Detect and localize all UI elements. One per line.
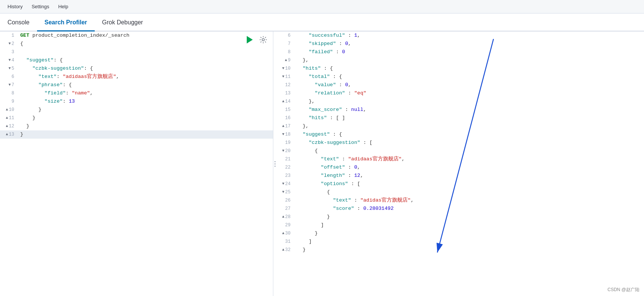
resp-line-content: "suggest" : { xyxy=(295,130,644,139)
line-number: 6 xyxy=(0,73,19,81)
tab-bar: Console Search Profiler Grok Debugger xyxy=(0,13,644,31)
resp-line-num: 23 xyxy=(276,172,295,180)
resp-line-content: "hits" : [ ] xyxy=(295,114,644,122)
svg-point-0 xyxy=(262,39,264,41)
main-content: 1 GET product_completion_index/_search ▼… xyxy=(0,31,644,296)
resizer-handle xyxy=(274,161,276,167)
code-editor[interactable]: 1 GET product_completion_index/_search ▼… xyxy=(0,31,273,296)
editor-line-2: ▼2 { xyxy=(0,40,273,48)
editor-line-13: ▲13 } xyxy=(0,130,273,139)
response-line-15: 15 "max_score" : null, xyxy=(276,106,644,114)
resp-line-num: 19 xyxy=(276,139,295,147)
resp-line-num: ▼24 xyxy=(276,180,295,188)
resp-line-content: "failed" : 0 xyxy=(295,48,644,56)
watermark: CSDN @赵广陆 xyxy=(607,287,640,293)
response-line-19: 19 "czbk-suggestion" : [ xyxy=(276,139,644,147)
editor-settings-button[interactable] xyxy=(258,34,268,45)
response-line-29: 29 ] xyxy=(276,221,644,229)
line-number: ▲10 xyxy=(0,106,19,114)
resp-line-content: } xyxy=(295,229,644,238)
response-line-26: 26 "text" : "adidas官方旗舰店", xyxy=(276,196,644,205)
resp-line-content: "max_score" : null, xyxy=(295,106,644,114)
line-number: 8 xyxy=(0,89,19,97)
resp-line-num: 27 xyxy=(276,205,295,213)
response-line-6: 6 "successful" : 1, xyxy=(276,31,644,40)
response-line-27: 27 "score" : 0.28031492 xyxy=(276,205,644,213)
resp-line-content: "relation" : "eq" xyxy=(295,89,644,97)
resp-line-content: "skipped" : 0, xyxy=(295,40,644,48)
resp-line-content: } xyxy=(295,246,644,254)
nav-help[interactable]: Help xyxy=(57,1,70,12)
response-line-24: ▼24 "options" : [ xyxy=(276,180,644,188)
editor-line-5: ▼5 "czbk-suggestion": { xyxy=(0,64,273,73)
resp-line-num: 12 xyxy=(276,81,295,89)
resp-line-num: 8 xyxy=(276,48,295,56)
resp-line-content: "offset" : 0, xyxy=(295,163,644,172)
response-line-12: 12 "value" : 0, xyxy=(276,81,644,89)
resp-line-content: ] xyxy=(295,221,644,229)
resp-line-content: "length" : 12, xyxy=(295,172,644,180)
nav-history[interactable]: History xyxy=(6,1,24,12)
resp-line-content: "successful" : 1, xyxy=(295,31,644,40)
resp-line-content: "text" : "adidas官方旗舰店", xyxy=(295,196,644,205)
response-line-32: ▲32 } xyxy=(276,246,644,254)
response-line-11: ▼11 "total" : { xyxy=(276,73,644,81)
line-content: GET product_completion_index/_search xyxy=(19,31,273,40)
response-viewer[interactable]: 6 "successful" : 1, 7 "skipped" : 0, 8 "… xyxy=(276,31,644,296)
line-content: "phrase": { xyxy=(19,81,273,89)
line-number: 3 xyxy=(0,48,19,56)
tab-console[interactable]: Console xyxy=(0,15,37,31)
tab-grok-debugger[interactable]: Grok Debugger xyxy=(95,15,151,31)
resp-line-content: { xyxy=(295,147,644,155)
response-line-25: ▼25 { xyxy=(276,188,644,196)
response-line-16: 16 "hits" : [ ] xyxy=(276,114,644,122)
resp-line-num: 6 xyxy=(276,31,295,40)
resp-line-content: "text" : "adidaas官方旗舰店", xyxy=(295,155,644,163)
line-number: 1 xyxy=(0,31,19,40)
line-content: "field": "name", xyxy=(19,89,273,97)
line-number: ▲11 xyxy=(0,114,19,122)
editor-line-8: 8 "field": "name", xyxy=(0,89,273,97)
resp-line-content: "hits" : { xyxy=(295,64,644,73)
response-line-7: 7 "skipped" : 0, xyxy=(276,40,644,48)
resp-line-num: ▲17 xyxy=(276,122,295,130)
response-line-13: 13 "relation" : "eq" xyxy=(276,89,644,97)
response-line-10: ▼10 "hits" : { xyxy=(276,64,644,73)
resp-line-num: ▼20 xyxy=(276,147,295,155)
response-pane: 6 "successful" : 1, 7 "skipped" : 0, 8 "… xyxy=(276,31,644,296)
line-content: "czbk-suggestion": { xyxy=(19,64,273,73)
response-line-28: ▲28 } xyxy=(276,213,644,221)
tab-search-profiler[interactable]: Search Profiler xyxy=(37,15,95,31)
line-number: ▼7 xyxy=(0,81,19,89)
line-content: } xyxy=(19,114,273,122)
resp-line-num: ▲30 xyxy=(276,229,295,238)
resp-line-num: ▲32 xyxy=(276,246,295,254)
resp-line-num: ▼10 xyxy=(276,64,295,73)
wrench-icon xyxy=(259,36,267,43)
nav-settings[interactable]: Settings xyxy=(30,1,51,12)
resp-line-content: ] xyxy=(295,238,644,246)
response-line-18: ▼18 "suggest" : { xyxy=(276,130,644,139)
editor-line-1: 1 GET product_completion_index/_search xyxy=(0,31,273,40)
editor-line-6: 6 "text": "adidaas官方旗舰店", xyxy=(0,73,273,81)
resp-line-num: 26 xyxy=(276,196,295,205)
response-line-23: 23 "length" : 12, xyxy=(276,172,644,180)
response-line-8: 8 "failed" : 0 xyxy=(276,48,644,56)
run-icon xyxy=(247,36,253,43)
resp-line-num: 31 xyxy=(276,238,295,246)
line-number: ▼5 xyxy=(0,64,19,73)
editor-line-12: ▲12 } xyxy=(0,122,273,130)
pane-resizer[interactable] xyxy=(273,31,276,296)
resp-line-num: ▲9 xyxy=(276,56,295,64)
resp-line-content: { xyxy=(295,188,644,196)
resp-line-num: ▲28 xyxy=(276,213,295,221)
resp-line-num: 21 xyxy=(276,155,295,163)
resp-line-content: "czbk-suggestion" : [ xyxy=(295,139,644,147)
resp-line-num: ▲14 xyxy=(276,97,295,106)
resp-line-content: "value" : 0, xyxy=(295,81,644,89)
resp-line-content: "score" : 0.28031492 xyxy=(295,205,644,213)
line-number: ▲13 xyxy=(0,130,19,139)
run-button[interactable] xyxy=(244,34,255,45)
line-content: } xyxy=(19,130,273,139)
line-number: ▲12 xyxy=(0,122,19,130)
